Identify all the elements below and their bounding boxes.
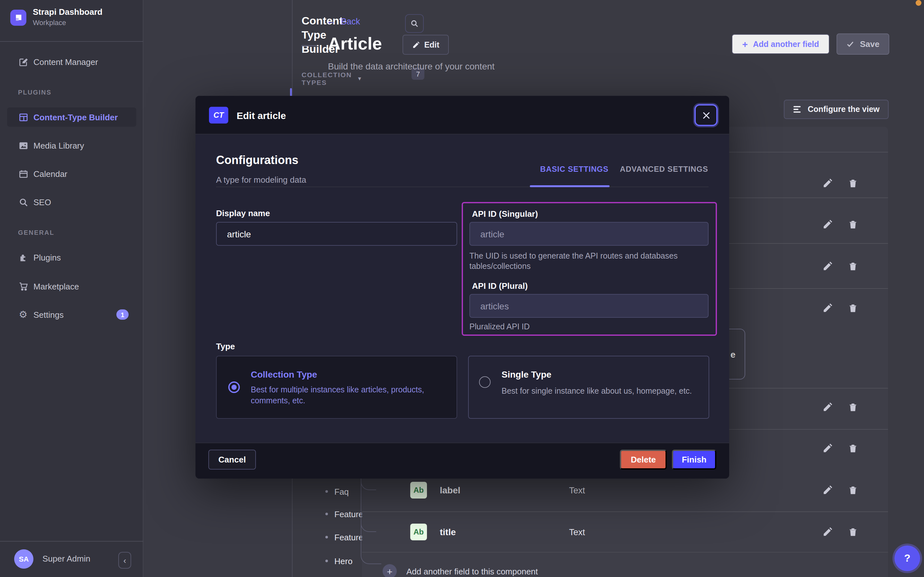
tab-advanced-settings[interactable]: ADVANCED SETTINGS <box>620 165 708 174</box>
modal-footer: Cancel Delete Finish <box>196 443 729 479</box>
trash-icon[interactable] <box>848 178 858 189</box>
trash-icon[interactable] <box>848 402 858 412</box>
partial-hidden-box: e <box>729 329 745 380</box>
panel-search-button[interactable] <box>405 14 424 33</box>
workspace-label: Workplace <box>33 19 66 26</box>
pencil-icon[interactable] <box>823 443 833 453</box>
calendar-icon <box>18 169 28 179</box>
pencil-icon[interactable] <box>823 527 833 537</box>
radio-unselected-icon[interactable] <box>479 376 491 388</box>
cart-icon <box>18 281 28 291</box>
configure-view-button[interactable]: Configure the view <box>784 100 889 119</box>
plus-icon: + <box>742 39 748 50</box>
api-id-highlight-box: API ID (Singular) The UID is used to gen… <box>462 202 717 336</box>
delete-button[interactable]: Delete <box>620 450 667 470</box>
api-id-singular-label: API ID (Singular) <box>472 209 538 219</box>
collection-types-header[interactable]: COLLECTION TYPES▼ <box>302 71 363 86</box>
row-actions <box>823 443 858 453</box>
sidebar-item-label: Calendar <box>34 169 67 179</box>
row-actions <box>823 219 858 230</box>
finish-button[interactable]: Finish <box>672 450 716 470</box>
recording-dot-icon <box>916 0 921 6</box>
sidebar-item-label: Settings <box>34 310 64 319</box>
collection-type-card[interactable]: Collection Type Best for multiple instan… <box>216 356 457 419</box>
add-field-to-component-label[interactable]: Add another field to this component <box>407 567 538 576</box>
arrow-left-icon: ← <box>326 15 336 27</box>
sidebar-item-content-type-builder[interactable]: Content-Type Builder <box>7 107 136 127</box>
bullet-icon <box>325 513 328 515</box>
trash-icon[interactable] <box>848 219 858 230</box>
sidebar-item-calendar[interactable]: Calendar <box>0 165 143 182</box>
edit-button[interactable]: Edit <box>403 35 449 55</box>
trash-icon[interactable] <box>848 443 858 453</box>
trash-icon[interactable] <box>848 485 858 495</box>
active-tab-underline <box>530 185 609 187</box>
sidebar-item-seo[interactable]: SEO <box>0 193 143 210</box>
sidebar-item-label: Content-Type Builder <box>34 112 118 122</box>
single-type-card[interactable]: Single Type Best for single instance lik… <box>468 356 709 419</box>
row-actions <box>823 402 858 412</box>
trash-icon[interactable] <box>848 527 858 537</box>
row-actions <box>823 261 858 271</box>
pencil-icon[interactable] <box>823 178 833 189</box>
single-type-desc: Best for single instance like about us, … <box>501 386 701 397</box>
trash-icon[interactable] <box>848 261 858 271</box>
settings-badge: 1 <box>116 309 129 320</box>
single-type-title: Single Type <box>501 369 551 380</box>
display-name-label: Display name <box>216 208 270 218</box>
sidebar-item-media-library[interactable]: Media Library <box>0 137 143 154</box>
tab-basic-settings[interactable]: BASIC SETTINGS <box>540 165 609 174</box>
pencil-icon <box>412 41 419 48</box>
sidebar-item-label: Plugins <box>34 253 61 262</box>
panel-scrollbar[interactable] <box>290 88 292 97</box>
list-settings-icon <box>793 105 802 113</box>
field-row-label[interactable]: Ab label <box>410 482 460 498</box>
pencil-icon[interactable] <box>823 485 833 495</box>
user-name: Super Admin <box>42 554 90 564</box>
bullet-icon <box>325 536 328 538</box>
text-field-badge: Ab <box>410 482 427 498</box>
gear-icon: ⚙ <box>18 309 28 320</box>
search-icon <box>18 197 28 207</box>
layout-grid-icon <box>18 112 28 122</box>
close-icon <box>702 111 710 119</box>
add-another-field-button[interactable]: + Add another field <box>732 34 829 54</box>
api-id-plural-help: Pluralized API ID <box>469 322 530 332</box>
save-button[interactable]: Save <box>837 34 889 55</box>
image-icon <box>18 140 28 150</box>
pencil-icon[interactable] <box>823 261 833 271</box>
edit-article-modal: CT Edit article Configurations A type fo… <box>196 96 729 479</box>
field-row-title[interactable]: Ab title <box>410 524 456 540</box>
sidebar-item-plugins[interactable]: Plugins <box>0 249 143 266</box>
add-field-to-component-button[interactable]: + <box>382 564 397 577</box>
api-id-plural-label: API ID (Plural) <box>472 281 527 291</box>
page-subtitle: Build the data architecture of your cont… <box>328 61 495 71</box>
collection-type-title: Collection Type <box>251 369 317 380</box>
pencil-icon[interactable] <box>823 303 833 313</box>
page-title: Article <box>328 34 382 54</box>
chevron-down-icon: ▼ <box>357 76 363 81</box>
cancel-button[interactable]: Cancel <box>208 450 256 470</box>
trash-icon[interactable] <box>848 303 858 313</box>
strapi-dashboard: Strapi Dashboard Workplace Content Manag… <box>0 0 924 577</box>
pencil-icon[interactable] <box>823 402 833 412</box>
puzzle-icon <box>18 253 28 262</box>
content-type-badge: CT <box>209 107 228 124</box>
search-icon <box>410 19 419 27</box>
sidebar-item-label: Media Library <box>34 140 84 150</box>
display-name-input[interactable] <box>216 222 457 246</box>
close-button[interactable] <box>694 104 718 126</box>
help-button[interactable]: ? <box>894 545 920 571</box>
pencil-icon[interactable] <box>823 219 833 230</box>
radio-selected-icon[interactable] <box>228 382 240 393</box>
avatar[interactable]: SA <box>14 550 34 569</box>
strapi-logo-icon[interactable] <box>10 10 26 26</box>
sidebar-item-marketplace[interactable]: Marketplace <box>0 278 143 295</box>
row-actions <box>823 303 858 313</box>
api-id-plural-input[interactable] <box>469 294 709 318</box>
back-link[interactable]: ← Back <box>326 15 360 27</box>
api-id-singular-input[interactable] <box>469 222 709 246</box>
sidebar-item-content-manager[interactable]: Content Manager <box>0 53 143 70</box>
row-actions <box>823 178 858 189</box>
collapse-sidebar-button[interactable]: ‹ <box>118 552 131 569</box>
